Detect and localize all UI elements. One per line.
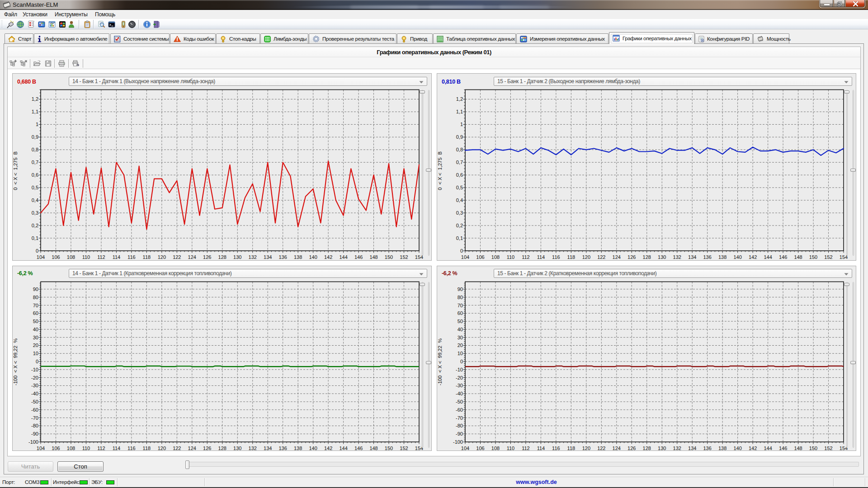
svg-text:-80: -80 <box>31 423 38 428</box>
svg-text:142: 142 <box>324 446 332 451</box>
svg-text:134: 134 <box>264 254 272 260</box>
svg-text:130: 130 <box>658 254 666 260</box>
svg-text:150: 150 <box>809 254 817 260</box>
svg-text:118: 118 <box>143 446 151 451</box>
svg-text:60: 60 <box>458 310 463 316</box>
svg-text:0,6: 0,6 <box>32 172 38 178</box>
svg-text:128: 128 <box>643 446 651 451</box>
svg-text:150: 150 <box>809 446 817 451</box>
svg-text:120: 120 <box>582 254 590 260</box>
svg-text:112: 112 <box>97 446 105 451</box>
svg-text:20: 20 <box>458 343 463 348</box>
svg-text:118: 118 <box>567 254 576 260</box>
svg-text:-30: -30 <box>31 383 38 388</box>
svg-text:0,9: 0,9 <box>456 134 463 140</box>
svg-text:70: 70 <box>458 303 463 308</box>
svg-text:20: 20 <box>33 343 38 348</box>
svg-text:108: 108 <box>491 254 500 260</box>
svg-text:144: 144 <box>764 446 772 451</box>
svg-text:-100: -100 <box>28 439 38 445</box>
svg-text:-50: -50 <box>456 399 463 404</box>
svg-text:138: 138 <box>294 446 302 451</box>
svg-text:146: 146 <box>354 254 363 260</box>
svg-text:70: 70 <box>33 303 38 308</box>
svg-text:0,3: 0,3 <box>456 210 463 216</box>
svg-text:152: 152 <box>400 446 408 451</box>
svg-text:1,1: 1,1 <box>456 109 463 114</box>
svg-text:0,1: 0,1 <box>456 235 463 241</box>
svg-text:108: 108 <box>67 254 75 260</box>
svg-text:132: 132 <box>249 254 257 260</box>
svg-text:148: 148 <box>369 254 377 260</box>
svg-text:0: 0 <box>460 359 463 364</box>
svg-text:144: 144 <box>339 446 347 451</box>
svg-text:130: 130 <box>658 446 666 451</box>
svg-text:10: 10 <box>33 351 38 356</box>
svg-text:60: 60 <box>33 310 38 316</box>
svg-text:-100 < X < 99,22 %: -100 < X < 99,22 % <box>13 338 18 385</box>
svg-text:50: 50 <box>33 319 38 324</box>
svg-text:116: 116 <box>127 446 136 451</box>
svg-text:122: 122 <box>597 446 605 451</box>
svg-text:110: 110 <box>82 254 90 260</box>
svg-text:0,2: 0,2 <box>32 223 38 228</box>
svg-text:106: 106 <box>476 254 484 260</box>
svg-text:142: 142 <box>749 446 757 451</box>
svg-text:-70: -70 <box>31 415 38 421</box>
svg-text:0: 0 <box>460 248 463 253</box>
svg-text:-50: -50 <box>31 399 38 404</box>
svg-text:-10: -10 <box>31 367 38 372</box>
svg-text:108: 108 <box>67 446 75 451</box>
svg-text:0 < X < 1,275 В: 0 < X < 1,275 В <box>437 151 443 190</box>
svg-text:112: 112 <box>522 446 530 451</box>
svg-text:142: 142 <box>749 254 757 260</box>
svg-text:-100: -100 <box>453 439 463 445</box>
svg-text:1: 1 <box>460 122 463 127</box>
svg-text:106: 106 <box>476 446 484 451</box>
svg-text:126: 126 <box>203 446 211 451</box>
svg-text:142: 142 <box>324 254 332 260</box>
svg-text:80: 80 <box>33 295 38 300</box>
svg-text:128: 128 <box>218 446 226 451</box>
svg-text:-60: -60 <box>31 407 38 413</box>
svg-text:104: 104 <box>461 446 469 451</box>
svg-text:152: 152 <box>824 446 832 451</box>
svg-text:118: 118 <box>567 446 576 451</box>
svg-text:0,7: 0,7 <box>32 160 38 165</box>
svg-text:122: 122 <box>597 254 605 260</box>
svg-text:0: 0 <box>36 359 38 364</box>
svg-text:126: 126 <box>203 254 211 260</box>
svg-text:1: 1 <box>36 122 38 127</box>
svg-text:-20: -20 <box>31 375 38 380</box>
svg-text:-40: -40 <box>31 391 38 396</box>
svg-text:90: 90 <box>458 286 463 292</box>
svg-text:128: 128 <box>643 254 651 260</box>
svg-text:0,3: 0,3 <box>32 210 38 216</box>
svg-text:0,9: 0,9 <box>32 134 38 140</box>
svg-text:0,4: 0,4 <box>32 197 38 203</box>
svg-text:128: 128 <box>218 254 226 260</box>
svg-text:0,7: 0,7 <box>456 160 463 165</box>
svg-text:110: 110 <box>82 446 90 451</box>
svg-text:146: 146 <box>354 446 363 451</box>
svg-text:0,1: 0,1 <box>32 235 38 241</box>
svg-text:140: 140 <box>733 446 741 451</box>
svg-text:148: 148 <box>369 446 377 451</box>
svg-text:148: 148 <box>794 446 802 451</box>
svg-text:112: 112 <box>97 254 105 260</box>
svg-text:140: 140 <box>309 446 317 451</box>
svg-text:144: 144 <box>764 254 772 260</box>
svg-text:110: 110 <box>507 254 515 260</box>
svg-text:124: 124 <box>188 446 196 451</box>
svg-text:106: 106 <box>52 446 60 451</box>
svg-text:122: 122 <box>173 254 181 260</box>
svg-text:136: 136 <box>279 254 287 260</box>
svg-text:120: 120 <box>158 446 166 451</box>
svg-text:146: 146 <box>779 446 787 451</box>
svg-text:0,6: 0,6 <box>456 172 463 178</box>
svg-text:144: 144 <box>339 254 347 260</box>
svg-text:90: 90 <box>33 286 38 292</box>
svg-text:120: 120 <box>158 254 166 260</box>
svg-text:138: 138 <box>718 446 726 451</box>
svg-text:116: 116 <box>127 254 136 260</box>
